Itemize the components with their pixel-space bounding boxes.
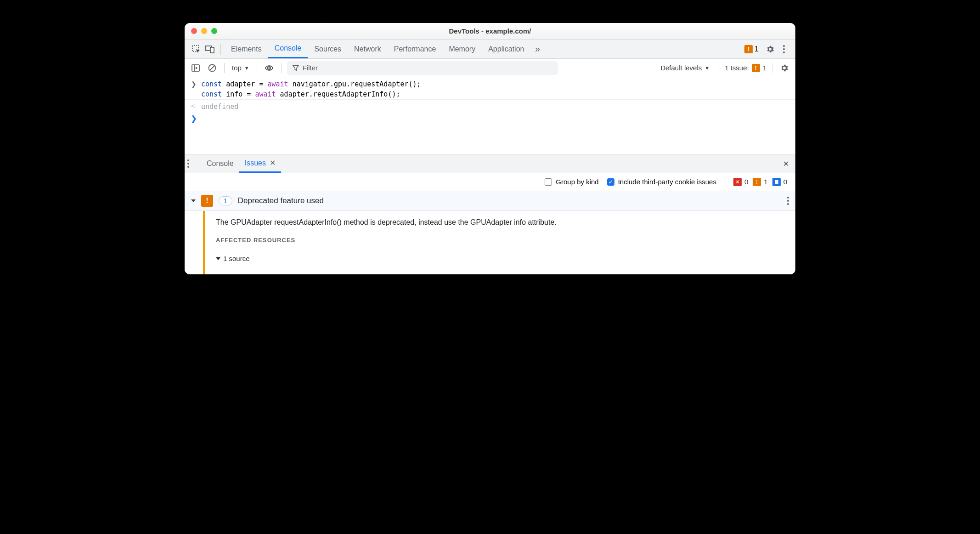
close-window-button[interactable] (191, 28, 197, 34)
close-tab-icon[interactable]: ✕ (270, 159, 276, 167)
console-code: const adapter = await navigator.gpu.requ… (201, 79, 421, 99)
console-prompt[interactable]: ❯ (185, 112, 795, 131)
inspect-element-icon[interactable] (189, 42, 203, 56)
main-tabstrip: ElementsConsoleSourcesNetworkPerformance… (185, 40, 795, 59)
clear-console-icon[interactable] (206, 62, 219, 74)
more-tabs-icon[interactable]: » (530, 42, 544, 56)
affected-resources-label: AFFECTED RESOURCES (216, 237, 557, 244)
checkbox-icon (545, 178, 552, 186)
console-output: undefined (201, 102, 238, 112)
disclosure-triangle-icon (191, 199, 196, 202)
kebab-menu-icon[interactable] (777, 42, 791, 56)
devtools-window: DevTools - example.com/ ElementsConsoleS… (185, 23, 795, 274)
zoom-window-button[interactable] (211, 28, 217, 34)
svg-point-12 (187, 163, 189, 165)
tab-sources[interactable]: Sources (308, 40, 348, 58)
info-count: 0 (783, 178, 787, 186)
console-body: ❯ const adapter = await navigator.gpu.re… (185, 77, 795, 154)
info-icon (772, 178, 781, 186)
error-icon: × (733, 178, 742, 186)
issues-count: 1 (763, 64, 766, 72)
divider (772, 63, 772, 73)
issue-header[interactable]: ! 1 Deprecated feature used (185, 191, 795, 211)
filter-icon (293, 65, 299, 71)
svg-point-10 (268, 67, 270, 68)
drawer-menu-icon[interactable] (187, 159, 199, 168)
svg-point-17 (787, 203, 789, 205)
context-label: top (232, 64, 242, 72)
svg-point-4 (783, 48, 785, 50)
warning-icon: ! (201, 195, 213, 207)
chevron-down-icon: ▼ (704, 65, 710, 71)
tab-performance[interactable]: Performance (388, 40, 443, 58)
tab-application[interactable]: Application (482, 40, 530, 58)
divider (719, 63, 719, 73)
svg-line-9 (210, 66, 214, 70)
console-settings-icon[interactable] (778, 62, 791, 74)
include-third-party-checkbox[interactable]: ✓ Include third-party cookie issues (607, 178, 716, 186)
svg-point-5 (783, 51, 785, 53)
issues-indicator[interactable]: ! 1 (744, 45, 759, 53)
divider (224, 63, 225, 73)
tab-network[interactable]: Network (348, 40, 388, 58)
sources-disclosure[interactable]: 1 source (216, 255, 557, 262)
filter-placeholder: Filter (303, 64, 318, 72)
window-title: DevTools - example.com/ (185, 27, 795, 35)
svg-point-11 (187, 159, 189, 161)
divider (725, 177, 725, 187)
svg-point-15 (787, 197, 789, 199)
console-output-row: <· undefined (185, 100, 795, 112)
tab-console[interactable]: Console (268, 40, 308, 58)
tab-label: Console (207, 159, 234, 168)
settings-icon[interactable] (763, 42, 777, 56)
issues-link[interactable]: 1 Issue: ! 1 (725, 64, 766, 72)
divider (281, 63, 282, 73)
issue-body: The GPUAdapter requestAdapterInfo() meth… (185, 211, 795, 274)
severity-counts: × 0 ! 1 0 (733, 178, 789, 186)
output-arrow-icon: <· (191, 102, 197, 110)
close-drawer-icon[interactable]: ✕ (779, 159, 793, 168)
console-toolbar: top ▼ Filter Default levels ▼ 1 Issue: !… (185, 59, 795, 77)
minimize-window-button[interactable] (201, 28, 207, 34)
console-input-row[interactable]: ❯ const adapter = await navigator.gpu.re… (185, 77, 795, 100)
issue-menu-icon[interactable] (787, 197, 789, 205)
live-expression-icon[interactable] (263, 62, 276, 74)
svg-point-3 (783, 45, 785, 47)
warning-icon: ! (744, 45, 753, 53)
group-by-kind-checkbox[interactable]: Group by kind (545, 178, 598, 186)
svg-point-16 (787, 200, 789, 202)
context-selector[interactable]: top ▼ (230, 62, 251, 74)
checkbox-label: Group by kind (556, 178, 598, 186)
device-toolbar-icon[interactable] (203, 42, 217, 56)
prompt-arrow-icon: ❯ (191, 114, 197, 123)
tab-label: Issues (245, 159, 266, 167)
log-levels-selector[interactable]: Default levels ▼ (657, 64, 713, 72)
warning-icon: ! (753, 178, 761, 186)
drawer-tab-console[interactable]: Console (201, 154, 239, 173)
levels-label: Default levels (660, 64, 702, 72)
drawer-tabstrip: ConsoleIssues✕ ✕ (185, 154, 795, 173)
tab-memory[interactable]: Memory (442, 40, 482, 58)
tab-elements[interactable]: Elements (225, 40, 268, 58)
sources-label: 1 source (223, 255, 250, 262)
checkbox-label: Include third-party cookie issues (618, 178, 716, 186)
drawer: ConsoleIssues✕ ✕ Group by kind ✓ Include… (185, 154, 795, 274)
drawer-tab-issues[interactable]: Issues✕ (239, 154, 281, 173)
issue-title: Deprecated feature used (238, 196, 324, 205)
filter-input[interactable]: Filter (287, 61, 558, 75)
checkbox-checked-icon: ✓ (607, 178, 614, 186)
issues-count: 1 (755, 45, 759, 53)
svg-point-13 (187, 166, 189, 168)
issues-toolbar: Group by kind ✓ Include third-party cook… (185, 173, 795, 191)
titlebar: DevTools - example.com/ (185, 23, 795, 40)
warning-icon: ! (752, 64, 760, 72)
divider (220, 44, 221, 55)
input-arrow-icon: ❯ (191, 79, 197, 88)
error-count: 0 (744, 178, 748, 186)
svg-rect-14 (775, 180, 778, 184)
chevron-down-icon: ▼ (244, 65, 249, 71)
toggle-sidebar-icon[interactable] (189, 62, 202, 74)
warning-count: 1 (764, 178, 767, 186)
divider (257, 63, 257, 73)
issue-message: The GPUAdapter requestAdapterInfo() meth… (216, 218, 557, 227)
